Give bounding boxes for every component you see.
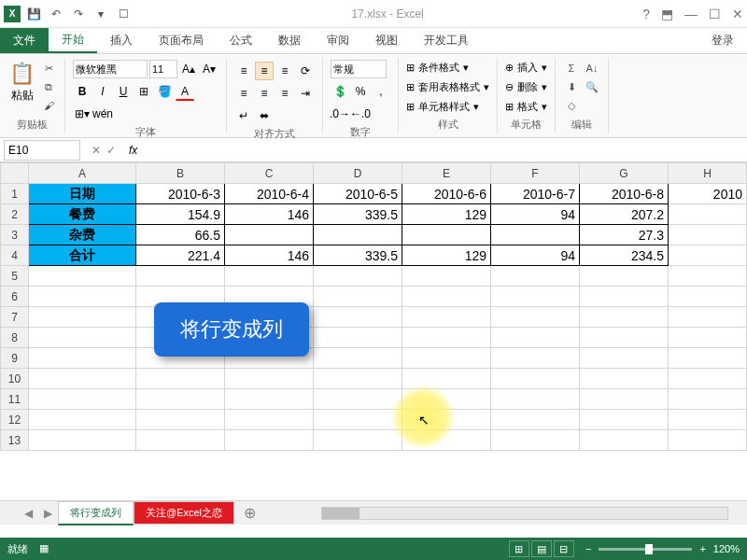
cell[interactable] (491, 410, 580, 430)
cell[interactable] (669, 348, 747, 369)
formula-input[interactable] (143, 140, 747, 161)
cut-icon[interactable]: ✂ (40, 60, 57, 77)
tab-home[interactable]: 开始 (49, 28, 97, 53)
maximize-icon[interactable]: ☐ (709, 7, 721, 21)
align-center-icon[interactable]: ≡ (255, 84, 274, 103)
sort-filter-icon[interactable]: A↓ (584, 60, 600, 77)
clear-icon[interactable]: ◇ (563, 97, 580, 114)
cell[interactable] (402, 287, 491, 307)
cell[interactable]: 27.3 (580, 225, 669, 245)
insert-cells-button[interactable]: ⊕插入 ▾ (505, 60, 547, 76)
tab-view[interactable]: 视图 (362, 28, 411, 53)
cell[interactable] (225, 225, 314, 245)
touch-mode-icon[interactable]: ☐ (114, 5, 133, 23)
fill-icon[interactable]: ⬇ (563, 78, 580, 95)
view-normal-icon[interactable]: ⊞ (509, 540, 529, 557)
cell[interactable] (29, 369, 136, 389)
decrease-font-icon[interactable]: A▾ (200, 60, 218, 78)
italic-button[interactable]: I (93, 82, 112, 101)
cell-styles-button[interactable]: ⊞单元格样式 ▾ (406, 99, 479, 115)
cell[interactable]: 94 (491, 245, 580, 266)
cell[interactable]: 146 (225, 204, 314, 225)
cell[interactable] (669, 204, 747, 225)
cell[interactable] (491, 225, 580, 245)
cell[interactable] (669, 307, 747, 328)
cell[interactable]: 2010-6-6 (402, 184, 491, 204)
cell[interactable]: 339.5 (314, 204, 402, 225)
cell[interactable] (580, 328, 669, 348)
col-header[interactable]: A (29, 163, 136, 184)
increase-decimal-icon[interactable]: .0→ (331, 105, 349, 123)
decrease-decimal-icon[interactable]: ←.0 (351, 105, 370, 123)
cell[interactable] (314, 225, 402, 245)
format-cells-button[interactable]: ⊞格式 ▾ (505, 99, 547, 115)
cell[interactable]: 合计 (29, 245, 136, 266)
increase-font-icon[interactable]: A▴ (179, 60, 198, 78)
bold-button[interactable]: B (73, 82, 92, 101)
find-icon[interactable]: 🔍 (584, 78, 600, 95)
cell[interactable] (580, 410, 669, 430)
underline-button[interactable]: U (114, 82, 133, 101)
cell[interactable] (29, 287, 136, 307)
currency-icon[interactable]: 💲 (331, 82, 349, 101)
wrap-text-icon[interactable]: ↵ (234, 106, 253, 125)
cell[interactable]: 339.5 (314, 245, 402, 266)
cell[interactable] (402, 307, 491, 328)
paste-button[interactable]: 📋 粘贴 (7, 60, 36, 105)
autosum-icon[interactable]: Σ (563, 60, 580, 77)
cell[interactable] (136, 389, 225, 410)
help-icon[interactable]: ? (642, 7, 650, 21)
row-header[interactable]: 9 (1, 348, 29, 369)
border-button[interactable]: ⊞ (134, 82, 153, 101)
cell[interactable] (580, 287, 669, 307)
qat-menu-icon[interactable]: ▾ (92, 5, 110, 23)
sheet-nav-prev-icon[interactable]: ◀ (19, 507, 38, 520)
cell[interactable] (580, 307, 669, 328)
cell[interactable] (314, 328, 402, 348)
tab-file[interactable]: 文件 (0, 28, 49, 53)
cell[interactable] (314, 307, 402, 328)
cell[interactable] (669, 245, 747, 266)
cell[interactable] (491, 307, 580, 328)
zoom-slider[interactable] (599, 548, 692, 551)
cell[interactable] (669, 266, 747, 287)
col-header[interactable]: G (580, 163, 669, 184)
col-header[interactable]: B (136, 163, 225, 184)
col-header[interactable]: E (402, 163, 491, 184)
redo-icon[interactable]: ↷ (69, 5, 88, 23)
tab-review[interactable]: 审阅 (314, 28, 362, 53)
cell[interactable] (580, 369, 669, 389)
row-header[interactable]: 2 (1, 204, 29, 225)
zoom-in-icon[interactable]: + (699, 543, 705, 554)
tab-insert[interactable]: 插入 (97, 28, 146, 53)
cell[interactable] (136, 430, 225, 451)
cell[interactable]: 234.5 (580, 245, 669, 266)
row-header[interactable]: 6 (1, 287, 29, 307)
merge-button[interactable]: ⬌ (255, 106, 274, 125)
cell[interactable] (29, 389, 136, 410)
cell[interactable] (580, 348, 669, 369)
copy-icon[interactable]: ⧉ (40, 78, 57, 95)
cell[interactable] (669, 389, 747, 410)
ribbon-options-icon[interactable]: ⬒ (661, 7, 673, 21)
orientation-icon[interactable]: ⟳ (296, 62, 315, 80)
cell[interactable]: 餐费 (29, 204, 136, 225)
cell[interactable]: 129 (402, 245, 491, 266)
cell[interactable] (29, 348, 136, 369)
cell[interactable]: 2010-6-5 (314, 184, 402, 204)
cell[interactable] (402, 348, 491, 369)
tab-data[interactable]: 数据 (265, 28, 314, 53)
cell[interactable] (491, 266, 580, 287)
cell[interactable] (136, 410, 225, 430)
cell[interactable] (580, 430, 669, 451)
cell[interactable] (314, 410, 402, 430)
align-middle-icon[interactable]: ≡ (255, 62, 274, 80)
indent-icon[interactable]: ⇥ (296, 84, 315, 103)
tab-developer[interactable]: 开发工具 (411, 28, 482, 53)
percent-icon[interactable]: % (351, 82, 370, 101)
row-header[interactable]: 7 (1, 307, 29, 328)
cell[interactable] (402, 266, 491, 287)
row-header[interactable]: 12 (1, 410, 29, 430)
cell[interactable] (669, 328, 747, 348)
cell[interactable]: 2010-6-4 (225, 184, 314, 204)
